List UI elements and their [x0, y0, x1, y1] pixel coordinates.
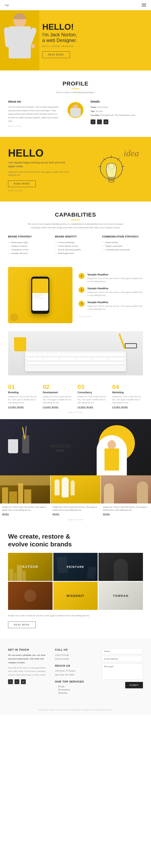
- hero-read-more-button[interactable]: READ MORE: [42, 52, 70, 58]
- list-item: —Brand application: [55, 251, 96, 255]
- step-3: 03 Consultancy Sample text. Click to sel…: [77, 383, 108, 408]
- contact-col-1: GET IN TOUCH We can ensure reliability, …: [8, 648, 49, 694]
- idea-text: idea: [124, 148, 139, 158]
- work-phone-visual: [8, 267, 73, 323]
- list-item: —Audience analysis: [8, 244, 49, 248]
- details-heading: Details: [91, 100, 143, 103]
- hello-right: idea: [79, 148, 143, 190]
- mockup-images-credit: Images from Freepik: [0, 517, 151, 523]
- hero-tagline: BUILT FROM FREEPIK: [42, 45, 143, 48]
- brand-item-2: PEINTURE: [53, 553, 98, 581]
- cap-col-2: BRAND IDENTITY —Visual positioning —Visu…: [55, 235, 96, 255]
- capabilities-section: CAPABILITIES The result of our company b…: [0, 202, 151, 265]
- list-item: —Tagline exploration: [102, 244, 143, 248]
- step-3-learn-more[interactable]: LEARN MORE: [77, 406, 108, 408]
- step-3-text: Sample text. Click to select the text bo…: [77, 395, 108, 404]
- thumb-1-more[interactable]: MORE: [2, 513, 48, 515]
- step-2-learn-more[interactable]: LEARN MORE: [43, 406, 74, 408]
- list-item: —Verbal identity: [102, 241, 143, 244]
- cap-col-2-list: —Visual positioning —Visual identity sys…: [55, 241, 96, 255]
- thumb-3-image: [101, 475, 151, 503]
- profile-section: PROFILE I'm a creative multitasking deve…: [0, 70, 151, 137]
- call-us-heading: CALL US: [55, 648, 96, 651]
- detail-age: Age: 26 years: [91, 109, 143, 113]
- work-item-title-3: Sample Headline: [87, 301, 143, 304]
- thumb-1-text: Sample text. Click to select the text bo…: [2, 505, 48, 512]
- hero-role: a web Designer.: [42, 37, 143, 43]
- thumb-2-more[interactable]: MORE: [53, 513, 99, 515]
- steps-grid: 01 Branding Sample text. Click to select…: [8, 383, 143, 408]
- capabilities-divider: [72, 220, 79, 220]
- hello-title: HELLO: [8, 147, 72, 159]
- step-1: 01 Branding Sample text. Click to select…: [8, 383, 39, 408]
- brand-item-1: AUTOUR: [8, 553, 53, 581]
- address-heading: REACH US: [55, 664, 96, 667]
- contact-twitter-icon[interactable]: t: [15, 679, 19, 684]
- brands-title: We create, restore & evolve iconic brand…: [8, 533, 84, 548]
- cap-col-1-heading: BRAND STRATEGY: [8, 235, 49, 238]
- hamburger-button[interactable]: [142, 3, 146, 7]
- profile-title: PROFILE: [8, 81, 143, 87]
- brand-item-5: MISSONIT: [53, 582, 98, 610]
- contact-email-input[interactable]: [102, 656, 143, 662]
- work-item-1: 1 Sample Headline Sample text. Click to …: [78, 273, 143, 283]
- work-item-3: 3 Sample Headline Sample text. Click to …: [78, 301, 143, 311]
- mockup-section: mockup design Sample text. Click to sele…: [0, 415, 151, 523]
- list-item: —Visual identity system: [55, 244, 96, 248]
- contact-phone-1: (239) 555-0108: [55, 653, 96, 657]
- hello-sample-text: Sample text. Click to select the text bo…: [8, 170, 72, 177]
- contact-grid: GET IN TOUCH We can ensure reliability, …: [8, 648, 143, 694]
- profile-grid: About me I am all-round web developer. I…: [8, 100, 143, 127]
- social-facebook-icon[interactable]: f: [91, 119, 96, 124]
- profile-divider: [72, 89, 79, 89]
- contact-message-textarea[interactable]: [102, 663, 143, 680]
- about-image-credit: Image by Freepik: [8, 125, 60, 127]
- step-3-num: 03: [77, 383, 108, 390]
- work-item-text-1: Sample text. Click to select the text bo…: [87, 277, 143, 283]
- keyboard-image: [8, 331, 143, 375]
- footer: Sample text. Click to select the text bo…: [0, 704, 151, 715]
- thumb-3-more[interactable]: MORE: [103, 513, 149, 515]
- profile-about: About me I am all-round web developer. I…: [8, 100, 60, 127]
- navbar: logo: [0, 0, 151, 10]
- hello-read-more-button[interactable]: READ MORE: [8, 181, 35, 187]
- brands-read-more-button[interactable]: READ MORE: [8, 621, 35, 628]
- cap-col-1-list: —Brand equity audit —Audience analysis —…: [8, 241, 49, 255]
- step-4-learn-more[interactable]: LEARN MORE: [112, 406, 143, 408]
- brands-grid: AUTOUR PEINTURE MISSONIT TOMRAN: [8, 553, 143, 610]
- step-4-num: 04: [112, 383, 143, 390]
- brand-label-5: MISSONIT: [67, 594, 84, 597]
- hero-name: I'm Jack Norton,: [42, 32, 143, 37]
- work-item-title-1: Sample Headline: [87, 273, 143, 276]
- social-instagram-icon[interactable]: in: [103, 119, 108, 124]
- list-item: —Strategic direction: [8, 251, 49, 255]
- mockup-label: mockup design: [50, 442, 71, 452]
- capabilities-intro: The result of our company branding proce…: [23, 222, 128, 229]
- mockup-title-text: mockup: [50, 442, 71, 449]
- hero-section: HELLO! I'm Jack Norton, a web Designer. …: [0, 10, 151, 70]
- hello-section: HELLO I am equally happy working across …: [0, 137, 151, 202]
- social-icons-row: f t in: [91, 119, 143, 124]
- contact-facebook-icon[interactable]: f: [8, 679, 13, 684]
- work-item-title-2: Sample Headline: [87, 287, 143, 290]
- contact-name-input[interactable]: [102, 648, 143, 654]
- brand-item-4: [8, 582, 53, 610]
- work-section: 1 Sample Headline Sample text. Click to …: [0, 265, 151, 331]
- step-1-learn-more[interactable]: LEARN MORE: [8, 406, 39, 408]
- step-1-title: Branding: [8, 391, 39, 394]
- thumb-2-image: [51, 475, 101, 503]
- contact-linkedin-icon[interactable]: in: [21, 679, 26, 684]
- hello-grid: HELLO I am equally happy working across …: [8, 147, 143, 191]
- thumb-2: Sample text. Click to select the text bo…: [51, 475, 101, 517]
- about-text: I am all-round web developer. I am a for…: [8, 105, 60, 123]
- thumb-1: Sample text. Click to select the text bo…: [0, 475, 50, 517]
- steps-section: 01 Branding Sample text. Click to select…: [0, 377, 151, 415]
- brand-item-3: [98, 553, 143, 581]
- contact-submit-button[interactable]: SUBMIT: [125, 682, 143, 688]
- social-twitter-icon[interactable]: t: [97, 119, 102, 124]
- thumb-1-image: [0, 475, 50, 503]
- list-item: —Competitive review: [8, 248, 49, 251]
- thumb-3-text: Sample text. Click to select the text bo…: [103, 505, 149, 512]
- hero-greeting: HELLO!: [42, 23, 143, 31]
- step-2-text: Sample text. Click to select the text bo…: [43, 395, 74, 404]
